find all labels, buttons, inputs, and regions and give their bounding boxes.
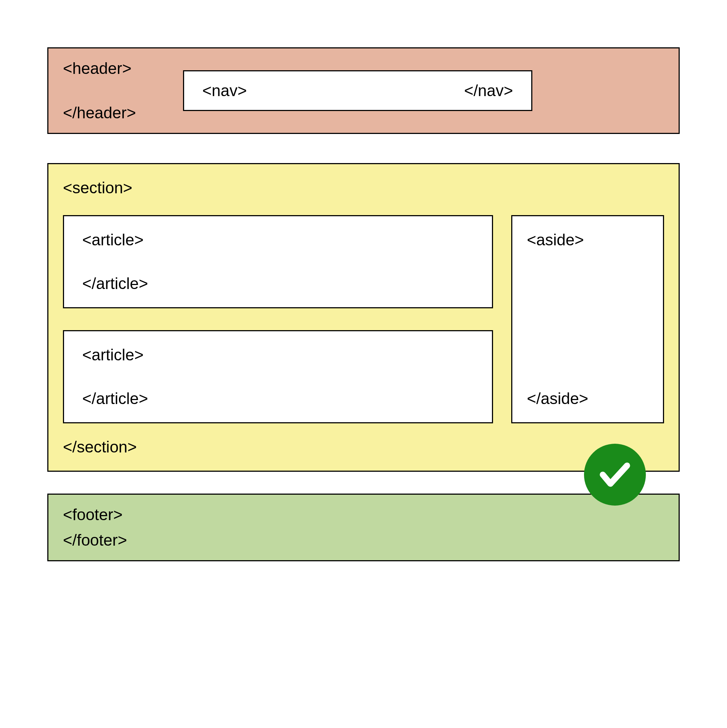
article-open-tag: <article> bbox=[82, 231, 474, 249]
articles-column: <article> </article> <article> </article… bbox=[63, 215, 493, 423]
approval-badge bbox=[584, 444, 646, 506]
footer-open-tag: <footer> bbox=[63, 506, 664, 524]
article-open-tag: <article> bbox=[82, 346, 474, 364]
article-close-tag: </article> bbox=[82, 390, 474, 408]
header-region: <header> <nav> </nav> </header> bbox=[47, 47, 680, 134]
article-region: <article> </article> bbox=[63, 330, 493, 423]
aside-region: <aside> </aside> bbox=[511, 215, 664, 423]
article-close-tag: </article> bbox=[82, 274, 474, 293]
nav-close-tag: </nav> bbox=[464, 81, 513, 100]
checkmark-icon bbox=[597, 456, 633, 493]
section-region: <section> <article> </article> <article>… bbox=[47, 163, 680, 472]
section-content: <article> </article> <article> </article… bbox=[63, 215, 664, 423]
article-region: <article> </article> bbox=[63, 215, 493, 308]
footer-region: <footer> </footer> bbox=[47, 494, 680, 561]
semantic-html-diagram: <header> <nav> </nav> </header> <section… bbox=[47, 47, 680, 561]
section-open-tag: <section> bbox=[63, 179, 664, 197]
nav-open-tag: <nav> bbox=[202, 81, 247, 100]
aside-close-tag: </aside> bbox=[527, 390, 648, 408]
footer-close-tag: </footer> bbox=[63, 531, 664, 549]
aside-open-tag: <aside> bbox=[527, 231, 648, 249]
header-close-tag: </header> bbox=[63, 104, 664, 122]
section-close-tag: </section> bbox=[63, 438, 664, 456]
